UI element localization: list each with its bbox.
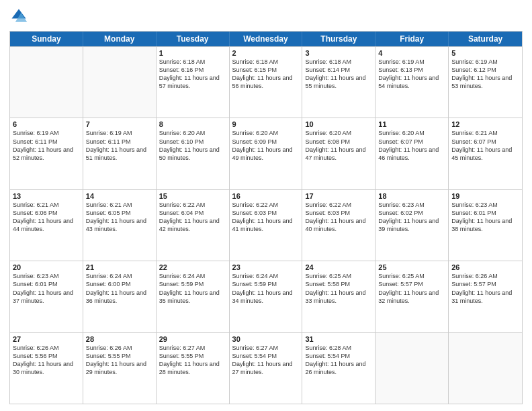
cell-info: Sunrise: 6:21 AM Sunset: 6:05 PM Dayligh… xyxy=(86,201,153,234)
day-cell-2: 2Sunrise: 6:18 AM Sunset: 6:15 PM Daylig… xyxy=(230,47,303,118)
header-day-tuesday: Tuesday xyxy=(157,32,230,46)
cell-info: Sunrise: 6:28 AM Sunset: 5:54 PM Dayligh… xyxy=(305,344,372,377)
cell-info: Sunrise: 6:20 AM Sunset: 6:10 PM Dayligh… xyxy=(159,129,226,162)
header-day-wednesday: Wednesday xyxy=(230,32,303,46)
day-cell-27: 27Sunrise: 6:26 AM Sunset: 5:56 PM Dayli… xyxy=(10,333,83,404)
cell-info: Sunrise: 6:26 AM Sunset: 5:56 PM Dayligh… xyxy=(13,344,80,377)
day-number: 6 xyxy=(13,120,80,128)
day-number: 5 xyxy=(451,49,519,57)
day-number: 29 xyxy=(159,335,226,343)
week-row-3: 20Sunrise: 6:23 AM Sunset: 6:01 PM Dayli… xyxy=(10,261,522,332)
day-cell-4: 4Sunrise: 6:19 AM Sunset: 6:13 PM Daylig… xyxy=(375,47,449,118)
day-number: 16 xyxy=(232,192,300,200)
logo-icon xyxy=(9,7,28,26)
day-number: 30 xyxy=(232,335,300,343)
day-number: 21 xyxy=(86,263,153,271)
day-cell-13: 13Sunrise: 6:21 AM Sunset: 6:06 PM Dayli… xyxy=(10,190,83,261)
cell-info: Sunrise: 6:22 AM Sunset: 6:03 PM Dayligh… xyxy=(305,201,372,234)
calendar: SundayMondayTuesdayWednesdayThursdayFrid… xyxy=(9,31,523,404)
day-number: 11 xyxy=(378,120,445,128)
cell-info: Sunrise: 6:21 AM Sunset: 6:06 PM Dayligh… xyxy=(13,201,80,234)
empty-cell xyxy=(83,47,157,118)
cell-info: Sunrise: 6:23 AM Sunset: 6:01 PM Dayligh… xyxy=(13,272,80,305)
day-cell-9: 9Sunrise: 6:20 AM Sunset: 6:09 PM Daylig… xyxy=(230,118,303,189)
cell-info: Sunrise: 6:19 AM Sunset: 6:13 PM Dayligh… xyxy=(378,58,445,91)
header-day-monday: Monday xyxy=(83,32,157,46)
day-number: 27 xyxy=(13,335,80,343)
empty-cell xyxy=(10,47,83,118)
day-cell-21: 21Sunrise: 6:24 AM Sunset: 6:00 PM Dayli… xyxy=(83,261,157,332)
header-day-sunday: Sunday xyxy=(10,32,83,46)
day-cell-25: 25Sunrise: 6:25 AM Sunset: 5:57 PM Dayli… xyxy=(375,261,449,332)
cell-info: Sunrise: 6:18 AM Sunset: 6:14 PM Dayligh… xyxy=(305,58,372,91)
day-cell-28: 28Sunrise: 6:26 AM Sunset: 5:55 PM Dayli… xyxy=(83,333,157,404)
header-day-friday: Friday xyxy=(375,32,449,46)
day-number: 14 xyxy=(86,192,153,200)
cell-info: Sunrise: 6:24 AM Sunset: 6:00 PM Dayligh… xyxy=(86,272,153,305)
day-number: 18 xyxy=(378,192,445,200)
day-number: 24 xyxy=(305,263,372,271)
cell-info: Sunrise: 6:27 AM Sunset: 5:55 PM Dayligh… xyxy=(159,344,226,377)
header xyxy=(9,7,523,26)
cell-info: Sunrise: 6:20 AM Sunset: 6:09 PM Dayligh… xyxy=(232,129,300,162)
cell-info: Sunrise: 6:19 AM Sunset: 6:11 PM Dayligh… xyxy=(86,129,153,162)
week-row-0: 1Sunrise: 6:18 AM Sunset: 6:16 PM Daylig… xyxy=(10,46,522,118)
day-number: 9 xyxy=(232,120,300,128)
cell-info: Sunrise: 6:20 AM Sunset: 6:08 PM Dayligh… xyxy=(305,129,372,162)
empty-cell xyxy=(375,333,449,404)
cell-info: Sunrise: 6:18 AM Sunset: 6:15 PM Dayligh… xyxy=(232,58,300,91)
calendar-body: 1Sunrise: 6:18 AM Sunset: 6:16 PM Daylig… xyxy=(10,46,522,404)
day-number: 15 xyxy=(159,192,226,200)
logo xyxy=(9,7,31,26)
week-row-1: 6Sunrise: 6:19 AM Sunset: 6:11 PM Daylig… xyxy=(10,118,522,189)
day-cell-30: 30Sunrise: 6:27 AM Sunset: 5:54 PM Dayli… xyxy=(230,333,303,404)
cell-info: Sunrise: 6:21 AM Sunset: 6:07 PM Dayligh… xyxy=(451,129,519,162)
day-number: 25 xyxy=(378,263,445,271)
week-row-4: 27Sunrise: 6:26 AM Sunset: 5:56 PM Dayli… xyxy=(10,332,522,404)
day-number: 31 xyxy=(305,335,372,343)
cell-info: Sunrise: 6:19 AM Sunset: 6:12 PM Dayligh… xyxy=(451,58,519,91)
day-cell-5: 5Sunrise: 6:19 AM Sunset: 6:12 PM Daylig… xyxy=(449,47,522,118)
cell-info: Sunrise: 6:23 AM Sunset: 6:02 PM Dayligh… xyxy=(378,201,445,234)
cell-info: Sunrise: 6:22 AM Sunset: 6:03 PM Dayligh… xyxy=(232,201,300,234)
header-day-thursday: Thursday xyxy=(302,32,375,46)
day-number: 19 xyxy=(451,192,519,200)
cell-info: Sunrise: 6:18 AM Sunset: 6:16 PM Dayligh… xyxy=(159,58,226,91)
week-row-2: 13Sunrise: 6:21 AM Sunset: 6:06 PM Dayli… xyxy=(10,189,522,261)
cell-info: Sunrise: 6:22 AM Sunset: 6:04 PM Dayligh… xyxy=(159,201,226,234)
day-cell-7: 7Sunrise: 6:19 AM Sunset: 6:11 PM Daylig… xyxy=(83,118,157,189)
day-number: 7 xyxy=(86,120,153,128)
day-number: 28 xyxy=(86,335,153,343)
day-number: 8 xyxy=(159,120,226,128)
cell-info: Sunrise: 6:23 AM Sunset: 6:01 PM Dayligh… xyxy=(451,201,519,234)
cell-info: Sunrise: 6:26 AM Sunset: 5:55 PM Dayligh… xyxy=(86,344,153,377)
day-number: 4 xyxy=(378,49,445,57)
day-cell-14: 14Sunrise: 6:21 AM Sunset: 6:05 PM Dayli… xyxy=(83,190,157,261)
empty-cell xyxy=(449,333,522,404)
cell-info: Sunrise: 6:26 AM Sunset: 5:57 PM Dayligh… xyxy=(451,272,519,305)
day-cell-1: 1Sunrise: 6:18 AM Sunset: 6:16 PM Daylig… xyxy=(157,47,230,118)
day-number: 2 xyxy=(232,49,300,57)
day-cell-29: 29Sunrise: 6:27 AM Sunset: 5:55 PM Dayli… xyxy=(157,333,230,404)
day-cell-20: 20Sunrise: 6:23 AM Sunset: 6:01 PM Dayli… xyxy=(10,261,83,332)
cell-info: Sunrise: 6:25 AM Sunset: 5:57 PM Dayligh… xyxy=(378,272,445,305)
cell-info: Sunrise: 6:25 AM Sunset: 5:58 PM Dayligh… xyxy=(305,272,372,305)
day-cell-15: 15Sunrise: 6:22 AM Sunset: 6:04 PM Dayli… xyxy=(157,190,230,261)
day-number: 1 xyxy=(159,49,226,57)
day-number: 17 xyxy=(305,192,372,200)
day-cell-6: 6Sunrise: 6:19 AM Sunset: 6:11 PM Daylig… xyxy=(10,118,83,189)
day-number: 3 xyxy=(305,49,372,57)
cell-info: Sunrise: 6:19 AM Sunset: 6:11 PM Dayligh… xyxy=(13,129,80,162)
day-number: 20 xyxy=(13,263,80,271)
day-number: 26 xyxy=(451,263,519,271)
day-cell-31: 31Sunrise: 6:28 AM Sunset: 5:54 PM Dayli… xyxy=(302,333,375,404)
day-cell-18: 18Sunrise: 6:23 AM Sunset: 6:02 PM Dayli… xyxy=(375,190,449,261)
day-number: 23 xyxy=(232,263,300,271)
cell-info: Sunrise: 6:27 AM Sunset: 5:54 PM Dayligh… xyxy=(232,344,300,377)
day-cell-22: 22Sunrise: 6:24 AM Sunset: 5:59 PM Dayli… xyxy=(157,261,230,332)
page: SundayMondayTuesdayWednesdayThursdayFrid… xyxy=(0,0,532,411)
day-number: 22 xyxy=(159,263,226,271)
day-cell-23: 23Sunrise: 6:24 AM Sunset: 5:59 PM Dayli… xyxy=(230,261,303,332)
day-cell-26: 26Sunrise: 6:26 AM Sunset: 5:57 PM Dayli… xyxy=(449,261,522,332)
day-cell-8: 8Sunrise: 6:20 AM Sunset: 6:10 PM Daylig… xyxy=(157,118,230,189)
